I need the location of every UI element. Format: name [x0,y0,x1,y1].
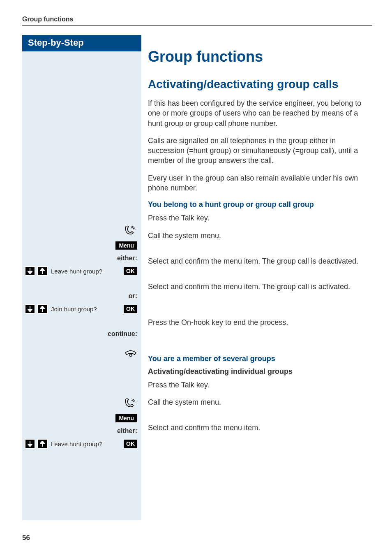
leave-hunt-label: Leave hunt group? [49,268,121,275]
onhook-key-icon [124,347,137,357]
continue-label: continue: [108,330,137,337]
step-by-step-header: Step-by-Step [22,35,141,51]
talk-key-icon [124,224,137,235]
leave-hunt-row: Leave hunt group? OK [22,264,141,278]
subheading-black: Activating/deactivating individual group… [148,367,372,376]
paragraph: Calls are signalled on all telephones in… [148,136,372,166]
leave-hunt-label: Leave hunt group? [49,440,121,447]
join-hunt-row: Join hunt group? OK [22,302,141,315]
menu-badge[interactable]: Menu [115,241,137,250]
either-label: either: [117,427,137,434]
page-number: 56 [22,534,30,542]
menu-badge-row-2: Menu [22,410,141,425]
either-label-row-2: either: [22,425,141,437]
join-hunt-label: Join hunt group? [49,306,121,313]
paragraph: If this has been configured by the servi… [148,98,372,128]
either-label: either: [117,255,137,262]
menu-badge-row: Menu [22,237,141,252]
svg-point-0 [129,354,132,357]
instruction-text: Select and confirm the menu item. [148,423,372,433]
left-sidebar: Step-by-Step Menu either: [22,35,141,520]
talk-key-icon-row-2 [22,396,141,410]
ok-badge[interactable]: OK [124,267,137,275]
arrow-up-icon[interactable] [37,304,48,314]
instruction-text: Press the On-hook key to end the process… [148,317,372,327]
instruction-text: Call the system menu. [148,397,372,407]
arrow-down-icon[interactable] [25,439,35,449]
main-content: Group functions Activating/deactivating … [141,35,372,435]
page-title: Group functions [148,48,372,65]
arrow-up-icon[interactable] [37,266,48,276]
ok-badge[interactable]: OK [124,305,137,313]
or-label-row: or: [22,290,141,302]
arrow-up-icon[interactable] [37,439,48,449]
instruction-text: Press the Talk key. [148,380,372,390]
or-label: or: [129,292,137,299]
menu-badge[interactable]: Menu [115,414,137,422]
talk-key-icon-row [22,223,141,237]
running-header: Group functions [22,16,372,26]
instruction-text: Select and confirm the menu item. The gr… [148,256,372,266]
talk-key-icon [124,397,137,408]
instruction-text: Press the Talk key. [148,213,372,223]
leave-hunt-row-2: Leave hunt group? OK [22,437,141,450]
section-heading: Activating/deactivating group calls [148,78,372,91]
paragraph: Every user in the group can also remain … [148,173,372,193]
subheading-blue: You belong to a hunt group or group call… [148,200,372,209]
ok-badge[interactable]: OK [124,440,137,448]
continue-label-row: continue: [22,328,141,340]
either-label-row: either: [22,252,141,264]
instruction-text: Select and confirm the menu item. The gr… [148,282,372,292]
subheading-blue-2: You are a member of several groups [148,354,372,363]
instruction-text: Call the system menu. [148,231,372,241]
arrow-down-icon[interactable] [25,304,35,314]
onhook-icon-row [22,346,141,360]
arrow-down-icon[interactable] [25,266,35,276]
